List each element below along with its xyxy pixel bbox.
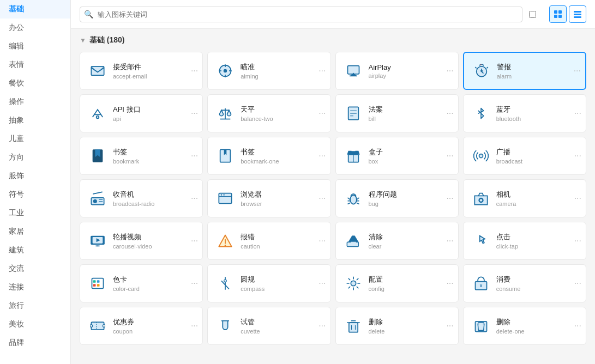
sidebar-item-服饰[interactable]: 服饰	[0, 167, 70, 185]
icon-card-clear[interactable]: 清除 clear ···	[335, 222, 459, 260]
more-button[interactable]: ···	[574, 66, 581, 75]
sidebar-item-表情[interactable]: 表情	[0, 56, 70, 74]
sidebar-item-美妆[interactable]: 美妆	[0, 315, 70, 333]
more-button[interactable]: ···	[446, 321, 453, 330]
icon-card-broadcast[interactable]: 广播 broadcast ···	[463, 137, 586, 175]
sidebar-item-品牌[interactable]: 品牌	[0, 333, 70, 352]
icon-name-zh: 警报	[497, 62, 578, 72]
sidebar-item-建筑[interactable]: 建筑	[0, 241, 70, 259]
view-grid-button[interactable]	[549, 5, 567, 23]
more-button[interactable]: ···	[318, 279, 326, 288]
sidebar-item-操作[interactable]: 操作	[0, 93, 70, 111]
svg-rect-5	[574, 14, 581, 15]
more-button[interactable]: ···	[574, 279, 581, 288]
sidebar-item-交流[interactable]: 交流	[0, 259, 70, 278]
bill-icon	[344, 104, 363, 123]
camera-icon	[471, 189, 491, 208]
more-button[interactable]: ···	[446, 66, 453, 75]
sidebar-item-基础[interactable]: 基础	[0, 0, 70, 19]
icon-card-airplay[interactable]: AirPlay airplay ···	[335, 52, 459, 90]
more-button[interactable]: ···	[191, 279, 198, 288]
svg-rect-3	[558, 15, 562, 18]
filter-checkbox[interactable]	[529, 11, 536, 18]
icon-name-zh: 法案	[369, 105, 450, 114]
icon-card-alarm[interactable]: 警报 alarm ···	[463, 52, 586, 90]
sidebar-item-抽象[interactable]: 抽象	[0, 111, 70, 130]
more-button[interactable]: ···	[191, 321, 198, 330]
icon-card-compass[interactable]: 圆规 compass ···	[207, 264, 330, 302]
icon-name-zh: 消费	[496, 275, 578, 284]
more-button[interactable]: ···	[574, 109, 581, 118]
icon-card-box[interactable]: 盒子 box ···	[335, 137, 459, 175]
icon-card-bookmark-one[interactable]: 书签 bookmark-one ···	[207, 137, 330, 175]
icon-card-config[interactable]: 配置 config ···	[335, 264, 459, 302]
sidebar-item-连接[interactable]: 连接	[0, 278, 70, 296]
icon-name-en: browser	[241, 201, 322, 207]
sidebar-item-编辑[interactable]: 编辑	[0, 37, 70, 56]
icon-card-consume[interactable]: ¥ 消费 consume ···	[463, 264, 586, 302]
icon-card-bug[interactable]: 程序问题 bug ···	[335, 179, 459, 217]
icon-card-browser[interactable]: 浏览器 browser ···	[207, 179, 330, 217]
more-button[interactable]: ···	[191, 151, 198, 160]
icon-card-click-tap[interactable]: 点击 click-tap ···	[463, 222, 586, 260]
more-button[interactable]: ···	[446, 236, 453, 245]
more-button[interactable]: ···	[318, 151, 326, 160]
icon-card-delete[interactable]: 删除 delete ···	[335, 307, 459, 345]
sidebar-item-工业[interactable]: 工业	[0, 204, 70, 222]
sidebar-item-办公[interactable]: 办公	[0, 19, 70, 37]
aiming-icon	[215, 61, 235, 81]
sidebar-item-方向[interactable]: 方向	[0, 148, 70, 167]
more-button[interactable]: ···	[191, 194, 198, 203]
click-tap-icon	[471, 231, 491, 251]
more-button[interactable]: ···	[574, 194, 581, 203]
sidebar-item-餐饮[interactable]: 餐饮	[0, 74, 70, 93]
icon-card-accept-email[interactable]: 接受邮件 accept-email ···	[80, 52, 203, 90]
icon-card-delete-one[interactable]: 删除 delete-one ···	[463, 307, 586, 345]
icon-card-balance-two[interactable]: 天平 balance-two ···	[207, 94, 330, 132]
more-button[interactable]: ···	[446, 109, 453, 118]
more-button[interactable]: ···	[446, 279, 453, 288]
icon-card-api[interactable]: API 接口 api ···	[80, 94, 203, 132]
icon-name-en: balance-two	[241, 116, 322, 122]
icon-card-camera[interactable]: 相机 camera ···	[463, 179, 586, 217]
more-button[interactable]: ···	[574, 151, 581, 160]
sidebar-item-旅行[interactable]: 旅行	[0, 296, 70, 315]
more-button[interactable]: ···	[318, 109, 326, 118]
icon-card-bill[interactable]: 法案 bill ···	[335, 94, 459, 132]
icon-name-en: click-tap	[496, 243, 578, 250]
icon-card-bookmark[interactable]: 书签 bookmark ···	[80, 137, 203, 175]
more-button[interactable]: ···	[318, 236, 326, 245]
more-button[interactable]: ···	[191, 66, 198, 75]
more-button[interactable]: ···	[318, 66, 326, 75]
more-button[interactable]: ···	[191, 109, 198, 118]
icon-card-coupon[interactable]: 优惠券 coupon ···	[80, 307, 203, 345]
more-button[interactable]: ···	[318, 321, 326, 330]
more-button[interactable]: ···	[574, 321, 581, 330]
more-button[interactable]: ···	[318, 194, 326, 203]
sidebar-item-家居[interactable]: 家居	[0, 222, 70, 241]
collapse-icon[interactable]: ▼	[80, 37, 86, 44]
icon-card-aiming[interactable]: 瞄准 aiming ···	[207, 52, 330, 90]
icon-card-broadcast-radio[interactable]: 收音机 broadcast-radio ···	[80, 179, 203, 217]
balance-two-icon	[215, 104, 235, 123]
more-button[interactable]: ···	[574, 236, 581, 245]
icon-card-bluetooth[interactable]: 蓝牙 bluetooth ···	[463, 94, 586, 132]
icon-card-carousel-video[interactable]: 轮播视频 carousel-video ···	[80, 222, 203, 260]
sidebar-item-儿童[interactable]: 儿童	[0, 130, 70, 148]
search-input[interactable]	[80, 7, 522, 22]
icon-name-en: airplay	[369, 72, 450, 79]
icon-card-color-card[interactable]: 色卡 color-card ···	[80, 264, 203, 302]
icon-name-zh: 轮播视频	[113, 232, 195, 242]
more-button[interactable]: ···	[446, 194, 453, 203]
icon-card-caution[interactable]: 报错 caution ···	[207, 222, 330, 260]
icon-name-zh: 程序问题	[369, 190, 450, 199]
icon-card-cuvette[interactable]: 试管 cuvette ···	[207, 307, 330, 345]
svg-point-68	[351, 281, 356, 286]
icon-name-zh: 圆规	[241, 275, 322, 284]
icon-name-en: aiming	[241, 73, 322, 80]
more-button[interactable]: ···	[446, 151, 453, 160]
sidebar-item-符号[interactable]: 符号	[0, 185, 70, 204]
view-list-button[interactable]	[569, 5, 586, 23]
icon-name-zh: 清除	[369, 232, 450, 242]
more-button[interactable]: ···	[191, 236, 198, 245]
